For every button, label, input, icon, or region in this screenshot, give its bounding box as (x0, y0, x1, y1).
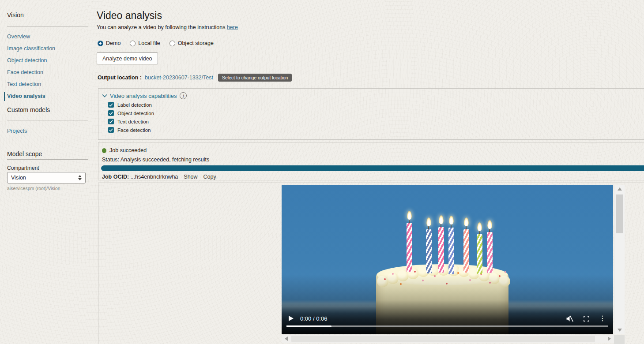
sidebar-item-image-classification[interactable]: Image classification (7, 45, 55, 52)
horizontal-scrollbar-thumb[interactable] (291, 336, 595, 342)
capability-row: Label detection (108, 102, 644, 108)
chevron-down-icon (102, 94, 107, 97)
divider (7, 120, 88, 120)
sidebar-item-projects[interactable]: Projects (7, 128, 27, 134)
capabilities-collapse-header[interactable]: Video analysis capabilities i (102, 92, 644, 99)
source-radio-group: Demo Local file Object storage (98, 40, 214, 46)
job-state-text: Job succeeded (109, 147, 147, 153)
status-dot-icon (102, 148, 106, 153)
job-ocid-value: ...hs4enbnclrknwha (131, 174, 178, 180)
job-status-panel: Job succeeded Status: Analysis succeeded… (98, 142, 644, 180)
capabilities-panel: Video analysis capabilities i Label dete… (98, 88, 644, 140)
video-seek-played (286, 325, 331, 327)
analyze-demo-video-button[interactable]: Analyze demo video (97, 52, 158, 64)
fullscreen-button[interactable] (583, 315, 590, 322)
video-controls-gradient (282, 185, 613, 334)
check-icon (109, 128, 113, 132)
sidebar-section-vision: Vision (7, 11, 24, 19)
job-state-row: Job succeeded (102, 147, 644, 153)
horizontal-scrollbar[interactable] (282, 335, 614, 343)
radio-dot-icon (169, 41, 175, 46)
video-viewer-panel: 0:00 / 0:06 ⋮ (98, 183, 644, 344)
radio-dot-icon (130, 41, 136, 46)
radio-object-storage[interactable]: Object storage (169, 40, 214, 46)
sidebar-item-text-detection[interactable]: Text detection (7, 81, 41, 87)
page-subtitle: You can analyze a video by following the… (97, 24, 238, 30)
output-location-row: Output location : bucket-20230607-1332/T… (98, 74, 292, 82)
instructions-link[interactable]: here (227, 24, 238, 30)
ocid-show-link[interactable]: Show (184, 174, 197, 180)
scroll-up-arrow-icon[interactable] (618, 187, 622, 191)
scroll-right-arrow-icon[interactable] (608, 337, 611, 341)
scroll-down-arrow-icon[interactable] (618, 329, 622, 332)
divider (7, 26, 88, 26)
radio-local-file[interactable]: Local file (130, 40, 160, 46)
vertical-scrollbar-thumb[interactable] (616, 194, 623, 233)
video-controls: 0:00 / 0:06 ⋮ (282, 314, 613, 323)
video-seek-bar[interactable] (286, 325, 608, 327)
capability-row: Face detection (108, 127, 644, 133)
mute-button[interactable] (565, 315, 574, 322)
capabilities-title: Video analysis capabilities (110, 93, 177, 99)
compartment-path: aiservicespm (root)/Vision (7, 186, 60, 191)
checkbox-text-detection[interactable] (108, 119, 114, 124)
ocid-copy-link[interactable]: Copy (203, 174, 216, 180)
capability-row: Text detection (108, 119, 644, 124)
job-status-text: Status: Analysis succeeded, fetching res… (102, 157, 644, 163)
video-frame[interactable]: 0:00 / 0:06 ⋮ (282, 185, 613, 334)
page-title: Video analysis (97, 10, 162, 22)
vertical-scrollbar[interactable] (614, 185, 625, 334)
scrollbar-corner (614, 335, 625, 344)
sidebar-section-custom-models: Custom models (7, 106, 50, 113)
muted-speaker-icon (565, 315, 574, 322)
scroll-left-arrow-icon[interactable] (285, 337, 288, 341)
video-menu-button[interactable]: ⋮ (599, 315, 606, 322)
video-time: 0:00 / 0:06 (300, 315, 327, 322)
sidebar-item-overview[interactable]: Overview (7, 34, 30, 40)
compartment-label: Compartment (7, 165, 39, 171)
checkbox-object-detection[interactable] (108, 110, 114, 116)
job-ocid-label: Job OCID: (102, 174, 129, 180)
sidebar: Vision Overview Image classification Obj… (0, 0, 94, 344)
compartment-value: Vision (11, 175, 26, 181)
output-location-label: Output location : (98, 75, 142, 81)
sidebar-item-face-detection[interactable]: Face detection (7, 69, 43, 75)
sidebar-item-object-detection[interactable]: Object detection (7, 57, 47, 64)
radio-demo[interactable]: Demo (98, 40, 121, 46)
change-output-location-button[interactable]: Select to change output location (218, 74, 292, 82)
divider (7, 159, 88, 160)
radio-dot-icon (98, 41, 103, 46)
sidebar-item-video-analysis[interactable]: Video analysis (7, 93, 45, 99)
chevron-updown-icon (78, 175, 82, 180)
play-button[interactable] (289, 316, 294, 321)
capability-row: Object detection (108, 110, 644, 116)
output-bucket-link[interactable]: bucket-20230607-1332/Test (145, 75, 213, 81)
check-icon (109, 120, 113, 123)
check-icon (109, 112, 113, 115)
checkbox-face-detection[interactable] (108, 127, 114, 133)
job-progress-bar (101, 165, 644, 171)
compartment-select[interactable]: Vision (7, 172, 86, 183)
fullscreen-icon (583, 315, 590, 322)
info-icon[interactable]: i (180, 92, 187, 99)
job-ocid-row: Job OCID: ...hs4enbnclrknwha Show Copy (102, 174, 644, 180)
check-icon (109, 103, 113, 107)
checkbox-label-detection[interactable] (108, 102, 114, 108)
sidebar-section-model-scope: Model scope (7, 150, 42, 157)
